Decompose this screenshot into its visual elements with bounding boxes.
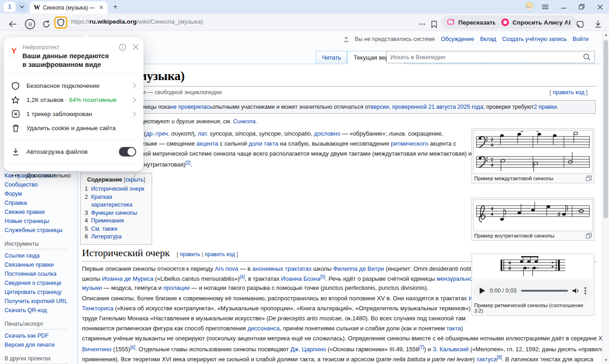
audio-player[interactable]: 0:00 / 0:03 xyxy=(473,281,593,301)
login-link[interactable]: Войти xyxy=(573,36,589,42)
inline-link[interactable]: акцента xyxy=(196,140,218,147)
inline-link[interactable]: править код xyxy=(553,89,584,96)
section-edit-links[interactable]: [ править | править код ] xyxy=(177,251,238,258)
scrollbar-thumb[interactable] xyxy=(604,40,608,218)
sidebar-link[interactable]: Постоянная ссылка xyxy=(5,270,77,278)
tab-read[interactable]: Читать xyxy=(316,51,347,64)
profile-avatar[interactable] xyxy=(523,1,535,13)
reviews-row[interactable]: 1,2К отзывов · 84% позитивные xyxy=(11,93,136,107)
scrollbar[interactable]: ▲ ▼ xyxy=(602,31,609,364)
inline-link[interactable]: доли такта xyxy=(249,140,278,147)
toc-item-link[interactable]: Примечания xyxy=(91,217,124,225)
inline-link[interactable]: З. Кальвизий xyxy=(433,346,469,353)
sidebar-link[interactable]: Форум xyxy=(5,190,77,198)
ask-alice-button[interactable]: Спросить Алису AI xyxy=(495,15,577,29)
address-more-button[interactable] xyxy=(417,17,428,31)
reload-button[interactable] xyxy=(40,17,53,31)
inline-link[interactable]: ритмического xyxy=(391,140,428,147)
downloads-button[interactable] xyxy=(592,17,604,31)
tab-list-chevron-button[interactable] xyxy=(16,2,27,12)
inline-link[interactable]: не проверялась xyxy=(170,104,212,110)
sidebar-link[interactable]: Скачать как PDF xyxy=(5,332,77,340)
inline-link[interactable]: музыки xyxy=(82,284,102,291)
protect-shield-button[interactable] xyxy=(54,16,67,29)
toc-item-link[interactable]: См. также xyxy=(91,225,118,233)
inline-link[interactable]: править код xyxy=(205,251,235,258)
bookmark-button[interactable] xyxy=(429,17,440,31)
inline-link[interactable]: диссонанса xyxy=(247,325,280,332)
toc-item-link[interactable]: Исторический очерк xyxy=(91,185,144,193)
tab-counter-button[interactable]: 1 xyxy=(4,2,15,12)
toc-item[interactable]: 3Функции синкопы xyxy=(85,209,148,217)
secure-connection-row[interactable]: Безопасное подключение xyxy=(11,79,136,93)
sidebar-link[interactable]: Версия для печати xyxy=(5,341,77,349)
toc-item-link[interactable]: Литература xyxy=(91,233,122,241)
info-icon[interactable] xyxy=(119,44,126,51)
address-bar[interactable]: https://ru.wikipedia.org/wiki/Синкопа_(м… xyxy=(71,18,203,25)
sidebar-link[interactable]: Новые страницы xyxy=(5,217,77,225)
inline-link[interactable]: тактуса xyxy=(476,356,497,363)
close-window-button[interactable] xyxy=(591,0,609,14)
toc-item[interactable]: 1Исторический очерк xyxy=(85,185,148,193)
sidebar-link[interactable]: Ссылки сюда xyxy=(5,252,77,260)
tab-close-icon[interactable]: ✕ xyxy=(99,4,104,11)
volume-icon[interactable] xyxy=(573,288,580,294)
toc-item[interactable]: 5См. также xyxy=(85,225,148,233)
expand-icon[interactable] xyxy=(586,176,592,181)
inline-link[interactable]: Вичентино xyxy=(82,346,112,353)
create-account-link[interactable]: Создать учётную запись xyxy=(502,36,567,42)
autoload-row[interactable]: Автозагрузка файлов xyxy=(11,145,136,159)
wiki-search-input[interactable]: Искать в Википедии xyxy=(386,51,595,63)
sidebar-link[interactable]: Получить короткий URL xyxy=(5,298,77,305)
toc-item-link[interactable]: Краткая характеристика xyxy=(91,193,148,209)
expand-icon[interactable] xyxy=(586,233,592,238)
sidebar-link[interactable]: Сведения о странице xyxy=(5,279,77,287)
minimize-button[interactable] xyxy=(554,0,573,14)
autoload-toggle[interactable] xyxy=(119,147,136,157)
toc-item[interactable]: 6Литература xyxy=(85,233,148,241)
scroll-down-icon[interactable]: ▼ xyxy=(603,358,609,362)
sidebar-link[interactable]: Скачать QR-код xyxy=(5,307,77,314)
inline-link[interactable]: править xyxy=(180,251,200,258)
sidebar-link[interactable]: Справка xyxy=(5,199,77,207)
figure-rhythmic-audio[interactable]: 68 0:00 / 0:03 xyxy=(471,253,594,316)
inline-link[interactable]: Иоанна Боэна xyxy=(281,275,320,282)
new-tab-button[interactable]: + xyxy=(113,2,118,11)
browser-tab[interactable]: W Синкопа (музыка) — Ви ✕ xyxy=(30,1,107,14)
talk-link[interactable]: Обсуждение xyxy=(441,36,474,42)
contributions-link[interactable]: Вклад xyxy=(480,36,496,42)
figure-intrataktovaya[interactable]: 44 ♯ Пример внутритактовой синкопы xyxy=(471,197,594,241)
inline-link[interactable]: мензуральной xyxy=(436,275,476,282)
inline-link[interactable]: такта xyxy=(446,325,461,332)
collections-button[interactable] xyxy=(573,17,585,31)
inline-link[interactable]: пролации xyxy=(163,284,189,291)
inline-link[interactable]: Иоанна де Муриса xyxy=(102,275,154,282)
close-popup-icon[interactable] xyxy=(133,44,139,50)
search-icon[interactable] xyxy=(583,53,591,61)
inline-link[interactable]: Тинкториса xyxy=(82,305,113,312)
inline-link[interactable]: Дж. Царлино xyxy=(291,346,326,353)
toc-item[interactable]: 2Краткая характеристика xyxy=(85,193,148,209)
inline-link[interactable]: версии, проверенной 21 августа 2025 года xyxy=(370,104,483,110)
toc-item-link[interactable]: Функции синкопы xyxy=(91,209,137,217)
tracker-blocked-row[interactable]: 1 трекер заблокирован xyxy=(11,107,136,121)
inline-link[interactable]: Филиппа де Витри xyxy=(333,265,384,272)
more-options-row[interactable]: Дополнительно xyxy=(11,168,136,182)
audio-progress-bar[interactable] xyxy=(521,290,568,292)
inline-link[interactable]: 2 правки xyxy=(534,104,557,110)
figure-intertaktovaya[interactable]: 24 24 П xyxy=(471,128,594,183)
inline-link[interactable]: анонимных трактатах xyxy=(252,265,312,272)
sidebar-link[interactable]: Служебные страницы xyxy=(5,227,77,234)
toc-item[interactable]: 4Примечания xyxy=(85,217,148,225)
inline-link[interactable]: др.-греч. xyxy=(146,130,169,137)
retell-button[interactable]: Пересказать xyxy=(441,15,502,29)
scroll-up-icon[interactable]: ▲ xyxy=(603,33,609,37)
inline-link[interactable]: Ars nova xyxy=(215,265,238,272)
sidebar-link[interactable]: Цитировать страницу xyxy=(5,288,77,296)
inline-link[interactable]: Синкопа xyxy=(233,118,256,125)
delete-cookies-row[interactable]: Удалить cookie и данные сайта xyxy=(11,121,136,135)
yandex-services-button[interactable]: Я xyxy=(24,17,36,31)
menu-button[interactable] xyxy=(536,0,554,14)
sidebar-link[interactable]: Свежие правки xyxy=(5,208,77,216)
inline-link[interactable]: дословно xyxy=(314,130,341,137)
